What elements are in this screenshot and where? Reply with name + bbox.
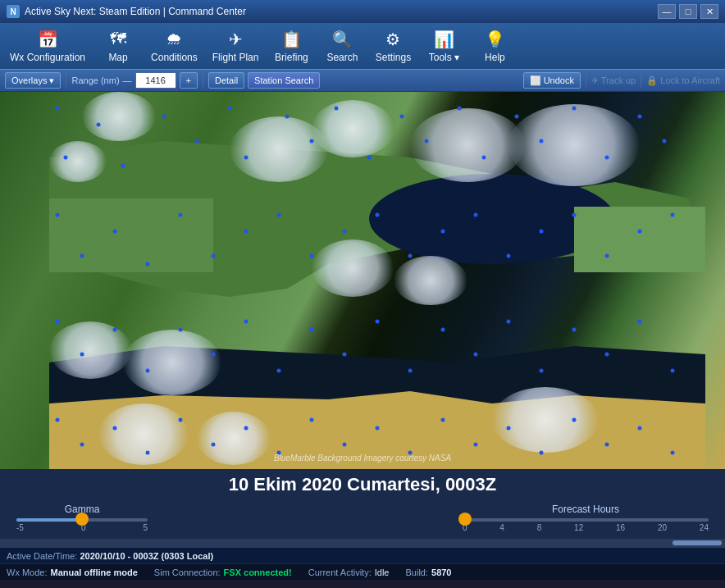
- map-icon: 🗺: [107, 29, 130, 49]
- sep4: [641, 73, 641, 88]
- menu-flight-plan-label: Flight Plan: [212, 52, 259, 63]
- minimize-button[interactable]: —: [658, 4, 676, 19]
- forecast-track[interactable]: [463, 518, 709, 522]
- gamma-track[interactable]: [16, 518, 148, 522]
- lock-aircraft-label: 🔒 Lock to Aircraft: [646, 75, 720, 86]
- range-input[interactable]: 1416: [135, 72, 176, 89]
- wx-mode-item: Wx Mode: Manual offline mode: [7, 567, 138, 577]
- title-bar-left: N Active Sky Next: Steam Edition | Comma…: [7, 5, 246, 18]
- menu-wx-config[interactable]: 📅 Wx Configuration: [3, 25, 92, 66]
- forecast-tick-16: 16: [616, 523, 625, 532]
- sliders-area: Gamma -5 0 5 Forecast Hours 0 4 8 12 16 …: [0, 500, 725, 539]
- menu-flight-plan[interactable]: ✈ Flight Plan: [206, 25, 266, 66]
- overlays-button[interactable]: Overlays ▾: [5, 72, 61, 89]
- map-area[interactable]: BlueMarble Background Imagery courtesy N…: [0, 92, 725, 469]
- menu-conditions[interactable]: 🌧 Conditions: [144, 25, 204, 66]
- main-status-bar: Wx Mode: Manual offline mode Sim Connect…: [0, 563, 725, 580]
- menu-settings[interactable]: ⚙ Settings: [368, 25, 417, 66]
- menu-search-label: Search: [326, 52, 358, 63]
- conditions-icon: 🌧: [162, 29, 185, 49]
- menu-briefing[interactable]: 📋 Briefing: [267, 25, 316, 66]
- help-icon: 💡: [483, 29, 506, 49]
- active-date-status: Active Date/Time: 2020/10/10 - 0003Z (03…: [0, 547, 725, 563]
- tools-icon: 📊: [432, 29, 455, 49]
- forecast-tick-24: 24: [700, 523, 709, 532]
- search-icon: 🔍: [331, 29, 353, 49]
- forecast-slider-group: Forecast Hours 0 4 8 12 16 20 24: [463, 504, 709, 532]
- gamma-slider-group: Gamma -5 0 5: [16, 504, 148, 532]
- scroll-thumb[interactable]: [673, 540, 722, 545]
- activity-key: Current Activity:: [308, 567, 372, 577]
- sim-conn-val: FSX connected!: [224, 567, 292, 577]
- title-controls[interactable]: — □ ✕: [658, 4, 718, 19]
- undock-button[interactable]: ⬜ Undock: [523, 72, 581, 89]
- date-display: 10 Ekim 2020 Cumartesi, 0003Z: [0, 469, 725, 500]
- forecast-tick-4: 4: [499, 523, 504, 532]
- briefing-icon: 📋: [280, 29, 303, 49]
- wx-mode-val: Manual offline mode: [51, 567, 138, 577]
- menu-help[interactable]: 💡 Help: [470, 25, 519, 66]
- maximize-button[interactable]: □: [679, 4, 697, 19]
- forecast-tick-20: 20: [658, 523, 667, 532]
- forecast-label: Forecast Hours: [552, 504, 619, 515]
- active-val: 2020/10/10 - 0003Z (0303 Local): [80, 551, 213, 561]
- range-dash: —: [123, 75, 132, 85]
- sep2: [203, 73, 203, 88]
- title-bar: N Active Sky Next: Steam Edition | Comma…: [0, 0, 725, 23]
- menu-map[interactable]: 🗺 Map: [93, 25, 143, 66]
- build-val: 5870: [431, 567, 451, 577]
- menu-map-label: Map: [108, 52, 127, 63]
- scroll-area: [0, 539, 725, 547]
- sim-conn-key: Sim Connection:: [154, 567, 221, 577]
- wx-mode-key: Wx Mode:: [7, 567, 48, 577]
- toolbar: Overlays ▾ Range (nm) — 1416 + Detail St…: [0, 69, 725, 92]
- sep3: [586, 73, 586, 88]
- menu-briefing-label: Briefing: [275, 52, 308, 63]
- close-button[interactable]: ✕: [700, 4, 718, 19]
- menu-wx-config-label: Wx Configuration: [10, 52, 85, 63]
- flight-plan-icon: ✈: [224, 29, 247, 49]
- active-label: Active Date/Time:: [7, 551, 77, 561]
- activity-val: Idle: [375, 567, 390, 577]
- track-up-label: ✈ Track up: [591, 75, 636, 86]
- build-key: Build:: [405, 567, 428, 577]
- range-plus-button[interactable]: +: [180, 72, 198, 89]
- menu-help-label: Help: [485, 52, 505, 63]
- settings-icon: ⚙: [381, 29, 404, 49]
- app-icon: N: [7, 5, 20, 18]
- menu-settings-label: Settings: [376, 52, 411, 63]
- forecast-thumb[interactable]: [458, 513, 472, 526]
- build-item: Build: 5870: [405, 567, 451, 577]
- gamma-tick-max: 5: [143, 523, 148, 532]
- menu-tools-label: Tools ▾: [429, 52, 459, 63]
- wx-config-icon: 📅: [36, 29, 59, 49]
- menu-tools[interactable]: 📊 Tools ▾: [419, 25, 468, 66]
- range-label: Range (nm): [71, 75, 119, 85]
- gamma-tick-min: -5: [16, 523, 24, 532]
- gamma-thumb[interactable]: [75, 513, 89, 526]
- station-search-button[interactable]: Station Search: [248, 72, 320, 89]
- sep1: [66, 73, 66, 88]
- detail-button[interactable]: Detail: [208, 72, 244, 89]
- forecast-tick-8: 8: [537, 523, 542, 532]
- forecast-ticks: 0 4 8 12 16 20 24: [463, 523, 709, 532]
- menu-search[interactable]: 🔍 Search: [317, 25, 367, 66]
- activity-item: Current Activity: Idle: [308, 567, 390, 577]
- menu-bar: 📅 Wx Configuration 🗺 Map 🌧 Conditions ✈ …: [0, 23, 725, 69]
- sim-conn-item: Sim Connection: FSX connected!: [154, 567, 292, 577]
- title-text: Active Sky Next: Steam Edition | Command…: [25, 6, 246, 17]
- gamma-fill: [16, 518, 82, 522]
- forecast-tick-12: 12: [574, 523, 583, 532]
- menu-conditions-label: Conditions: [151, 52, 198, 63]
- map-credit: BlueMarble Background Imagery courtesy N…: [274, 454, 451, 463]
